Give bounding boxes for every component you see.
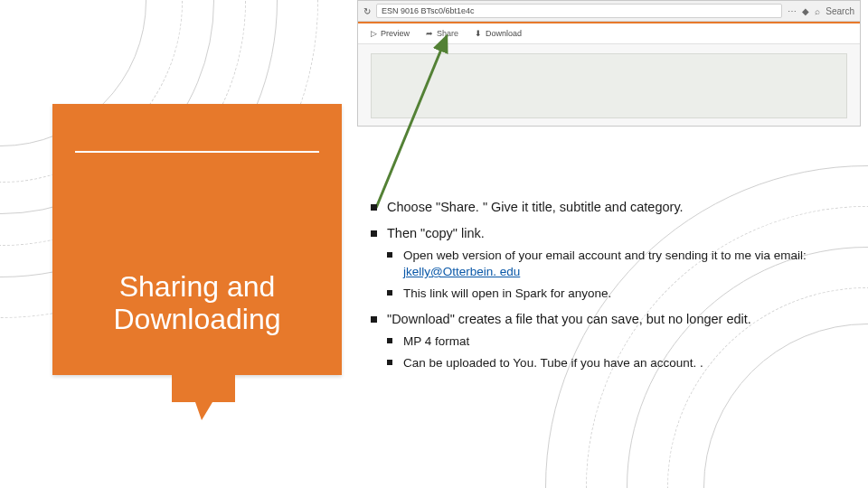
bullet-copy-link: Then "copy" link. Open web version of yo… xyxy=(371,225,852,302)
share-icon: ➦ xyxy=(426,29,433,38)
download-icon: ⬇ xyxy=(475,29,482,38)
play-icon: ▷ xyxy=(371,29,377,38)
work-area xyxy=(358,44,860,126)
bullet-content: Choose "Share. " Give it title, subtitle… xyxy=(371,199,852,380)
address-bar: ↻ ESN 9016 BTsc0/6bt1e4c ⋯ ◆ ⌕ Search xyxy=(358,1,860,22)
bullet-open-spark: This link will open in Spark for anyone. xyxy=(387,286,852,302)
bullet-download: "Download" creates a file that you can s… xyxy=(371,311,852,371)
bullet-mp4: MP 4 format xyxy=(387,333,852,350)
title-card: Sharing and Downloading xyxy=(52,104,342,375)
download-tab: ⬇Download xyxy=(475,29,522,38)
share-tab: ➦Share xyxy=(426,29,458,38)
bullet-email: Open web version of your email account a… xyxy=(387,248,852,280)
bullet-choose-share: Choose "Share. " Give it title, subtitle… xyxy=(371,199,852,216)
slide-title: Sharing and Downloading xyxy=(52,271,342,336)
menu-icon: ⋯ xyxy=(788,6,797,16)
callout-pointer xyxy=(172,375,235,425)
app-toolbar: ▷Preview ➦Share ⬇Download xyxy=(358,23,860,44)
preview-tab: ▷Preview xyxy=(371,29,410,38)
email-link[interactable]: jkelly@Otterbein. edu xyxy=(403,265,520,278)
refresh-icon: ↻ xyxy=(363,6,371,16)
shield-icon: ◆ xyxy=(802,6,809,16)
search-icon: ⌕ xyxy=(815,6,820,16)
search-label: Search xyxy=(826,6,854,16)
url-text: ESN 9016 BTsc0/6bt1e4c xyxy=(376,4,782,18)
bullet-youtube: Can be uploaded to You. Tube if you have… xyxy=(387,355,852,371)
divider xyxy=(75,151,319,153)
browser-screenshot: ↻ ESN 9016 BTsc0/6bt1e4c ⋯ ◆ ⌕ Search ▷P… xyxy=(357,0,861,127)
